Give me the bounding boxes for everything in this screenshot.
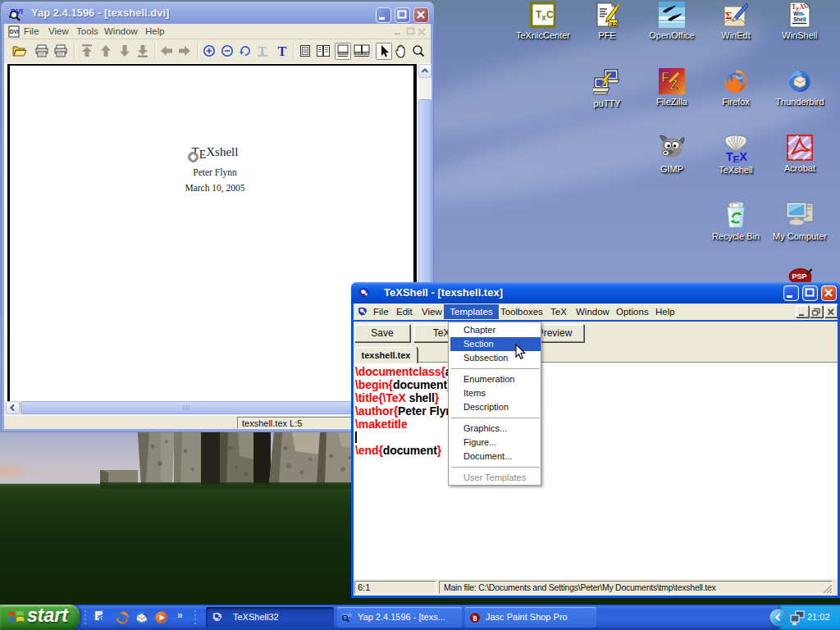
svg-text:T: T bbox=[278, 44, 287, 58]
svg-text:8: 8 bbox=[473, 614, 477, 623]
svg-text:Win-: Win- bbox=[793, 11, 805, 16]
svg-text:TEX: TEX bbox=[726, 150, 748, 162]
svg-text:e: e bbox=[98, 612, 104, 625]
svg-text:Shell: Shell bbox=[793, 16, 806, 22]
svg-text:DVI: DVI bbox=[10, 29, 19, 34]
svg-text:32: 32 bbox=[610, 21, 618, 28]
svg-text:Σ: Σ bbox=[725, 9, 733, 21]
svg-text:F: F bbox=[661, 70, 669, 85]
svg-text:PSP: PSP bbox=[792, 272, 807, 281]
